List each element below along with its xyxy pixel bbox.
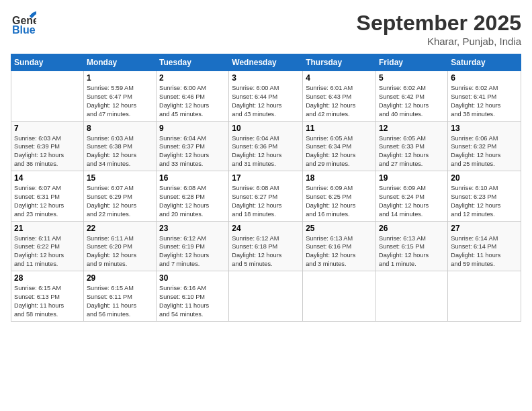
day-number: 27 <box>451 224 518 233</box>
day-info: Sunrise: 6:05 AM Sunset: 6:34 PM Dayligh… <box>306 134 373 169</box>
calendar-cell: 15Sunrise: 6:07 AM Sunset: 6:29 PM Dayli… <box>83 171 156 222</box>
col-header-saturday: Saturday <box>448 54 521 71</box>
day-number: 16 <box>159 173 226 183</box>
calendar-cell: 3Sunrise: 6:00 AM Sunset: 6:44 PM Daylig… <box>229 71 303 122</box>
day-number: 21 <box>14 224 81 233</box>
svg-text:Blue: Blue <box>12 24 36 36</box>
calendar-cell: 23Sunrise: 6:12 AM Sunset: 6:19 PM Dayli… <box>157 221 229 271</box>
day-number: 25 <box>306 224 373 233</box>
day-number: 6 <box>451 73 518 83</box>
calendar-week-2: 7Sunrise: 6:03 AM Sunset: 6:39 PM Daylig… <box>11 121 521 171</box>
day-number: 24 <box>232 224 300 233</box>
day-number: 19 <box>379 173 445 183</box>
day-info: Sunrise: 6:16 AM Sunset: 6:10 PM Dayligh… <box>159 284 226 319</box>
calendar-cell: 2Sunrise: 6:00 AM Sunset: 6:46 PM Daylig… <box>157 71 229 122</box>
day-info: Sunrise: 6:08 AM Sunset: 6:27 PM Dayligh… <box>232 184 300 219</box>
calendar-cell: 10Sunrise: 6:04 AM Sunset: 6:36 PM Dayli… <box>229 121 303 171</box>
calendar-cell <box>229 271 303 322</box>
logo: General Blue <box>11 11 36 36</box>
day-number: 17 <box>232 173 300 183</box>
day-info: Sunrise: 6:02 AM Sunset: 6:41 PM Dayligh… <box>451 84 518 119</box>
col-header-tuesday: Tuesday <box>157 54 229 71</box>
day-number: 29 <box>87 273 153 283</box>
calendar-cell: 18Sunrise: 6:09 AM Sunset: 6:25 PM Dayli… <box>303 171 376 222</box>
col-header-thursday: Thursday <box>303 54 376 71</box>
calendar-cell: 20Sunrise: 6:10 AM Sunset: 6:23 PM Dayli… <box>448 171 521 222</box>
calendar-cell: 13Sunrise: 6:06 AM Sunset: 6:32 PM Dayli… <box>448 121 521 171</box>
day-number: 12 <box>379 124 445 133</box>
day-number: 9 <box>159 124 226 133</box>
day-number: 13 <box>451 124 518 133</box>
calendar-cell: 26Sunrise: 6:13 AM Sunset: 6:15 PM Dayli… <box>376 221 448 271</box>
calendar-cell: 5Sunrise: 6:02 AM Sunset: 6:42 PM Daylig… <box>376 71 448 122</box>
day-number: 5 <box>379 73 445 83</box>
day-number: 1 <box>87 73 153 83</box>
calendar-cell <box>448 271 521 322</box>
calendar-cell: 22Sunrise: 6:11 AM Sunset: 6:20 PM Dayli… <box>83 221 156 271</box>
col-header-friday: Friday <box>376 54 448 71</box>
day-info: Sunrise: 6:07 AM Sunset: 6:31 PM Dayligh… <box>14 184 81 219</box>
day-number: 4 <box>306 73 373 83</box>
day-number: 2 <box>159 73 226 83</box>
day-number: 20 <box>451 173 518 183</box>
calendar-cell: 28Sunrise: 6:15 AM Sunset: 6:13 PM Dayli… <box>11 271 84 322</box>
day-info: Sunrise: 6:12 AM Sunset: 6:18 PM Dayligh… <box>232 234 300 269</box>
calendar-cell: 27Sunrise: 6:14 AM Sunset: 6:14 PM Dayli… <box>448 221 521 271</box>
day-info: Sunrise: 6:11 AM Sunset: 6:22 PM Dayligh… <box>14 234 81 269</box>
col-header-wednesday: Wednesday <box>229 54 303 71</box>
page-header: General Blue September 2025 Kharar, Punj… <box>11 11 521 47</box>
calendar-table: SundayMondayTuesdayWednesdayThursdayFrid… <box>11 54 521 322</box>
day-info: Sunrise: 6:13 AM Sunset: 6:15 PM Dayligh… <box>379 234 445 269</box>
day-number: 28 <box>14 273 81 283</box>
day-info: Sunrise: 6:12 AM Sunset: 6:19 PM Dayligh… <box>159 234 226 269</box>
calendar-week-5: 28Sunrise: 6:15 AM Sunset: 6:13 PM Dayli… <box>11 271 521 322</box>
calendar-cell: 4Sunrise: 6:01 AM Sunset: 6:43 PM Daylig… <box>303 71 376 122</box>
day-info: Sunrise: 6:15 AM Sunset: 6:11 PM Dayligh… <box>87 284 153 319</box>
calendar-cell: 9Sunrise: 6:04 AM Sunset: 6:37 PM Daylig… <box>157 121 229 171</box>
calendar-cell: 12Sunrise: 6:05 AM Sunset: 6:33 PM Dayli… <box>376 121 448 171</box>
calendar-cell: 17Sunrise: 6:08 AM Sunset: 6:27 PM Dayli… <box>229 171 303 222</box>
day-number: 8 <box>87 124 153 133</box>
day-info: Sunrise: 6:09 AM Sunset: 6:24 PM Dayligh… <box>379 184 445 219</box>
day-info: Sunrise: 6:05 AM Sunset: 6:33 PM Dayligh… <box>379 134 445 169</box>
day-info: Sunrise: 6:08 AM Sunset: 6:28 PM Dayligh… <box>159 184 226 219</box>
day-info: Sunrise: 5:59 AM Sunset: 6:47 PM Dayligh… <box>87 84 153 119</box>
day-number: 11 <box>306 124 373 133</box>
day-info: Sunrise: 6:03 AM Sunset: 6:39 PM Dayligh… <box>14 134 81 169</box>
title-block: September 2025 Kharar, Punjab, India <box>357 11 521 47</box>
day-info: Sunrise: 6:06 AM Sunset: 6:32 PM Dayligh… <box>451 134 518 169</box>
day-number: 15 <box>87 173 153 183</box>
calendar-cell <box>303 271 376 322</box>
calendar-cell: 29Sunrise: 6:15 AM Sunset: 6:11 PM Dayli… <box>83 271 156 322</box>
calendar-cell: 24Sunrise: 6:12 AM Sunset: 6:18 PM Dayli… <box>229 221 303 271</box>
day-number: 22 <box>87 224 153 233</box>
day-info: Sunrise: 6:15 AM Sunset: 6:13 PM Dayligh… <box>14 284 81 319</box>
col-header-sunday: Sunday <box>11 54 84 71</box>
day-info: Sunrise: 6:09 AM Sunset: 6:25 PM Dayligh… <box>306 184 373 219</box>
day-number: 26 <box>379 224 445 233</box>
calendar-cell: 11Sunrise: 6:05 AM Sunset: 6:34 PM Dayli… <box>303 121 376 171</box>
month-title: September 2025 <box>357 11 521 36</box>
location-title: Kharar, Punjab, India <box>357 36 521 47</box>
calendar-cell: 7Sunrise: 6:03 AM Sunset: 6:39 PM Daylig… <box>11 121 84 171</box>
day-info: Sunrise: 6:00 AM Sunset: 6:46 PM Dayligh… <box>159 84 226 119</box>
day-number: 23 <box>159 224 226 233</box>
day-info: Sunrise: 6:01 AM Sunset: 6:43 PM Dayligh… <box>306 84 373 119</box>
day-info: Sunrise: 6:03 AM Sunset: 6:38 PM Dayligh… <box>87 134 153 169</box>
calendar-cell: 14Sunrise: 6:07 AM Sunset: 6:31 PM Dayli… <box>11 171 84 222</box>
calendar-cell: 6Sunrise: 6:02 AM Sunset: 6:41 PM Daylig… <box>448 71 521 122</box>
calendar-cell: 8Sunrise: 6:03 AM Sunset: 6:38 PM Daylig… <box>83 121 156 171</box>
calendar-cell: 1Sunrise: 5:59 AM Sunset: 6:47 PM Daylig… <box>83 71 156 122</box>
calendar-week-1: 1Sunrise: 5:59 AM Sunset: 6:47 PM Daylig… <box>11 71 521 122</box>
day-info: Sunrise: 6:14 AM Sunset: 6:14 PM Dayligh… <box>451 234 518 269</box>
calendar-header-row: SundayMondayTuesdayWednesdayThursdayFrid… <box>11 54 521 71</box>
calendar-week-3: 14Sunrise: 6:07 AM Sunset: 6:31 PM Dayli… <box>11 171 521 222</box>
day-number: 7 <box>14 124 81 133</box>
calendar-cell <box>376 271 448 322</box>
day-info: Sunrise: 6:10 AM Sunset: 6:23 PM Dayligh… <box>451 184 518 219</box>
day-info: Sunrise: 6:13 AM Sunset: 6:16 PM Dayligh… <box>306 234 373 269</box>
day-number: 30 <box>159 273 226 283</box>
calendar-week-4: 21Sunrise: 6:11 AM Sunset: 6:22 PM Dayli… <box>11 221 521 271</box>
calendar-cell: 16Sunrise: 6:08 AM Sunset: 6:28 PM Dayli… <box>157 171 229 222</box>
calendar-cell: 25Sunrise: 6:13 AM Sunset: 6:16 PM Dayli… <box>303 221 376 271</box>
